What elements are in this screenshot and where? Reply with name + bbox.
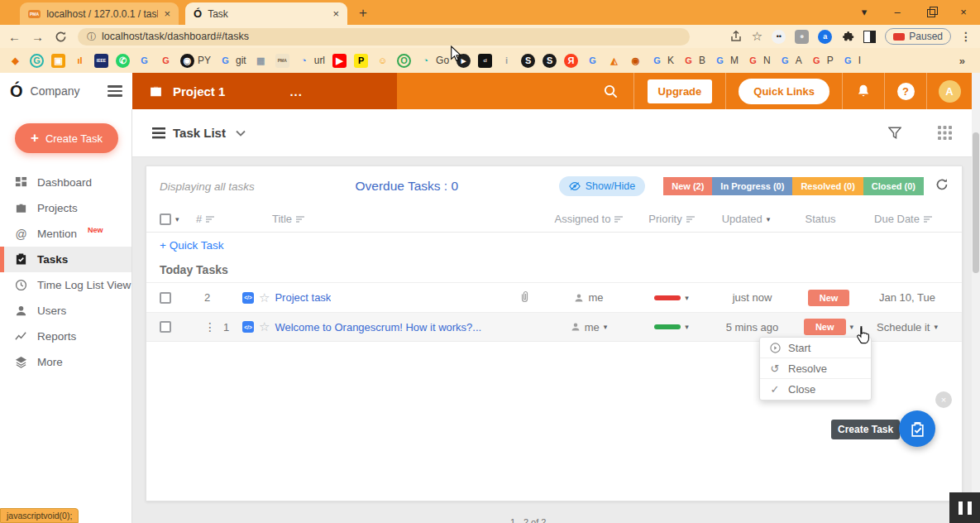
quick-links-button[interactable]: Quick Links — [739, 79, 829, 104]
bookmark-item[interactable]: GI — [841, 54, 861, 68]
priority-caret-icon[interactable]: ▾ — [685, 294, 689, 302]
column-number[interactable]: # — [196, 213, 242, 225]
address-bar[interactable]: ⓘ localhost/task/dashboard#/tasks — [78, 28, 690, 46]
window-menu-chevron-icon[interactable]: ▾ — [848, 0, 881, 25]
bookmark-item[interactable]: GK — [650, 54, 674, 68]
column-due-date[interactable]: Due Date — [858, 213, 949, 225]
bookmark-item[interactable]: ▦ — [254, 54, 268, 68]
column-priority[interactable]: Priority — [634, 213, 709, 225]
sidebar-item-more[interactable]: More — [0, 349, 131, 375]
share-icon[interactable] — [729, 30, 743, 43]
priority-cell[interactable]: ▾ — [634, 294, 709, 302]
bookmark-item[interactable]: GB — [681, 54, 705, 68]
bookmark-item[interactable]: ✆ — [116, 54, 130, 68]
bookmark-item[interactable]: Я — [564, 54, 578, 68]
star-icon[interactable]: ☆ — [259, 290, 270, 305]
bookmark-item[interactable]: G — [30, 54, 44, 68]
bookmark-item[interactable]: i — [500, 54, 514, 68]
status-caret-icon[interactable]: ▾ — [850, 323, 854, 331]
sidebar-item-dashboard[interactable]: Dashboard — [0, 170, 131, 195]
due-date-caret-icon[interactable]: ▾ — [934, 323, 938, 331]
bookmark-item[interactable]: ◉PY — [180, 54, 211, 68]
help-button[interactable]: ? — [885, 83, 926, 100]
bookmark-item[interactable]: GN — [746, 54, 771, 68]
sidebar-item-tasks[interactable]: Tasks — [0, 247, 131, 272]
menu-item-resolve[interactable]: ↺ Resolve — [760, 358, 871, 379]
sidebar-item-time-log[interactable]: Time Log List View — [0, 272, 131, 298]
sidebar-item-projects[interactable]: Projects — [0, 195, 131, 221]
bookmark-item[interactable]: ıl — [73, 54, 87, 68]
create-task-fab[interactable] — [899, 410, 935, 447]
darkreader-icon[interactable] — [863, 31, 876, 43]
hamburger-menu-icon[interactable] — [108, 83, 122, 99]
dismiss-button[interactable]: × — [935, 391, 952, 408]
column-title[interactable]: Title — [242, 213, 543, 225]
bookmark-item[interactable]: O — [397, 54, 411, 68]
column-updated[interactable]: Updated ▾ — [709, 213, 783, 225]
row-kebab-icon[interactable]: ⋮ — [204, 320, 216, 333]
back-icon[interactable]: ← — [8, 30, 21, 44]
bookmark-item[interactable]: ◔url — [297, 54, 325, 68]
column-status[interactable]: Status — [783, 213, 858, 225]
badge-in-progress[interactable]: In Progress (0) — [712, 177, 792, 195]
extension-a-icon[interactable]: a — [818, 30, 832, 44]
profile-button[interactable]: A — [927, 80, 972, 103]
task-title-link[interactable]: Project task — [275, 291, 331, 304]
bookmark-item[interactable]: PMA — [275, 54, 289, 68]
bookmark-item[interactable]: P — [354, 54, 368, 68]
table-row[interactable]: 2 </> ☆ Project task me ▾ just now New J… — [146, 282, 962, 312]
site-info-icon[interactable]: ⓘ — [87, 31, 96, 43]
search-button[interactable] — [589, 84, 633, 99]
window-minimize-icon[interactable]: – — [881, 0, 914, 25]
assignee-caret-icon[interactable]: ▾ — [604, 323, 608, 331]
task-title-link[interactable]: Welcome to Orangescrum! How it works?... — [275, 321, 481, 333]
badge-closed[interactable]: Closed (0) — [863, 177, 924, 195]
assignee-cell[interactable]: me — [543, 291, 634, 304]
bookmark-item[interactable]: S — [543, 54, 557, 68]
project-selector[interactable]: Project 1 ... — [132, 73, 397, 109]
bookmark-item[interactable]: GA — [778, 54, 802, 68]
pause-overlay-button[interactable] — [949, 492, 980, 523]
new-tab-button[interactable]: + — [359, 5, 367, 22]
bookmark-item[interactable]: ▶ — [332, 54, 347, 68]
status-badge[interactable]: New — [804, 319, 846, 335]
bookmark-item[interactable]: cl — [478, 54, 492, 68]
page-scrollbar[interactable] — [972, 73, 980, 523]
notifications-button[interactable] — [843, 84, 884, 98]
sidebar-item-users[interactable]: Users — [0, 298, 131, 324]
forward-icon[interactable]: → — [31, 30, 44, 44]
quick-task-link[interactable]: + Quick Task — [160, 239, 223, 252]
row-checkbox[interactable] — [160, 292, 171, 304]
bookmark-item[interactable]: S — [521, 54, 535, 68]
column-assigned[interactable]: Assigned to — [543, 213, 634, 225]
priority-cell[interactable]: ▾ — [634, 323, 709, 331]
bookmark-item[interactable]: GM — [713, 54, 739, 68]
extension-person-icon[interactable]: ● — [795, 30, 809, 44]
refresh-button[interactable] — [935, 178, 949, 194]
bookmark-star-icon[interactable]: ☆ — [752, 29, 762, 44]
tab-close-icon[interactable]: × — [332, 7, 339, 20]
project-more-icon[interactable]: ... — [289, 84, 303, 98]
bookmark-item[interactable]: ▣ — [51, 54, 65, 68]
paused-extension-badge[interactable]: Paused — [885, 28, 951, 45]
tab-close-icon[interactable]: × — [164, 7, 170, 20]
schedule-it-link[interactable]: Schedule it — [877, 321, 930, 333]
star-icon[interactable]: ☆ — [259, 319, 270, 334]
extensions-puzzle-icon[interactable] — [841, 30, 854, 43]
badge-resolved[interactable]: Resolved (0) — [792, 177, 863, 195]
bookmark-item[interactable]: ◔Go — [418, 54, 449, 68]
bookmark-item[interactable]: ◭ — [607, 54, 621, 68]
window-close-icon[interactable]: × — [947, 0, 980, 25]
assignee-cell[interactable]: me ▾ — [543, 321, 634, 333]
window-restore-icon[interactable] — [914, 0, 947, 25]
apps-grid-icon[interactable] — [938, 126, 952, 140]
select-all-checkbox[interactable] — [160, 214, 171, 225]
bookmark-item[interactable]: Ggit — [218, 54, 246, 68]
reload-icon[interactable] — [55, 31, 67, 43]
status-badge[interactable]: New — [808, 290, 850, 306]
create-task-button[interactable]: + Create Task — [15, 123, 118, 153]
row-checkbox[interactable] — [160, 321, 171, 333]
bookmark-item[interactable]: GP — [810, 54, 834, 68]
scrollbar-thumb[interactable] — [973, 132, 979, 273]
browser-tab-task[interactable]: Ó Task × — [185, 2, 347, 25]
